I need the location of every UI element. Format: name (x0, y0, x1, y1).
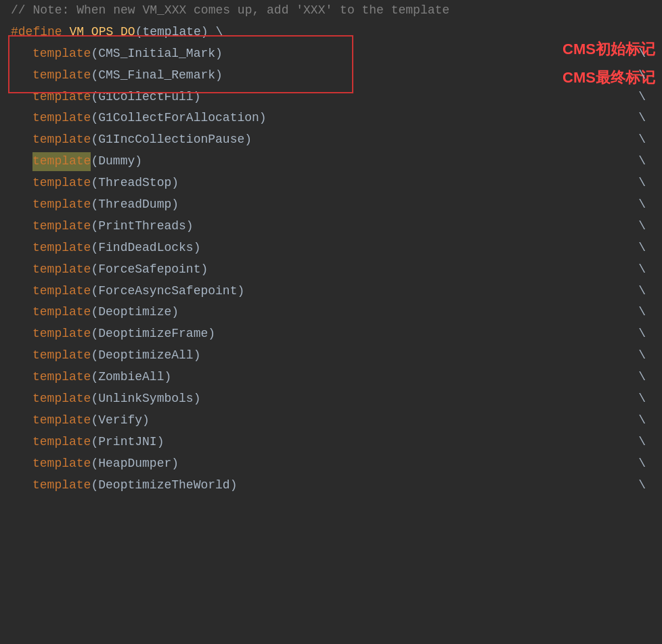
line-g1-full: template (G1CollectFull) \ (0, 87, 662, 108)
line-cms-initial: template (CMS_Initial_Mark) \ (0, 43, 662, 65)
arg-cms-initial: (CMS_Initial_Mark) (91, 45, 222, 64)
template-kw-6: template (32, 174, 91, 193)
define-space (62, 23, 70, 42)
line-heap-dumper: template (HeapDumper) \ (0, 453, 662, 475)
template-kw-16: template (32, 390, 91, 409)
backslash-18: \ (638, 433, 651, 452)
arg-cms-final: (CMS_Final_Remark) (91, 66, 222, 85)
backslash-15: \ (638, 368, 651, 387)
line-force-async: template (ForceAsyncSafepoint) \ (0, 281, 662, 302)
template-kw-20: template (32, 476, 91, 495)
backslash-4: \ (638, 109, 651, 128)
line-deoptimize-world: template (DeoptimizeTheWorld) \ (0, 475, 662, 497)
backslash-19: \ (638, 455, 651, 474)
template-kw-19: template (32, 455, 91, 474)
backslash-7: \ (638, 196, 651, 214)
line-deoptimize-all: template (DeoptimizeAll) \ (0, 345, 662, 367)
template-kw-17: template (32, 411, 91, 430)
arg-g1-inc: (G1IncCollectionPause) (91, 131, 252, 150)
backslash-6: \ (638, 174, 651, 193)
template-kw-9: template (32, 239, 91, 258)
line-print-jni: template (PrintJNI) \ (0, 432, 662, 453)
arg-find-deadlocks: (FindDeadLocks) (91, 239, 200, 258)
arg-force-async: (ForceAsyncSafepoint) (91, 282, 244, 301)
arg-zombie-all: (ZombieAll) (91, 368, 171, 387)
line-deoptimize: template (Deoptimize) \ (0, 302, 662, 323)
arg-heap-dumper: (HeapDumper) (91, 455, 179, 474)
backslash-17: \ (638, 411, 651, 430)
template-kw-5: template (32, 131, 91, 150)
template-kw-14: template (32, 346, 91, 365)
template-kw-13: template (32, 325, 91, 344)
template-kw-4: template (32, 109, 91, 128)
arg-deoptimize-all: (DeoptimizeAll) (91, 346, 200, 365)
line-unlink-symbols: template (UnlinkSymbols) \ (0, 388, 662, 410)
line-verify: template (Verify) \ (0, 410, 662, 432)
line-g1-inc: template (G1IncCollectionPause) \ (0, 129, 662, 151)
line-print-threads: template (PrintThreads) \ (0, 216, 662, 237)
backslash-20: \ (638, 476, 651, 495)
arg-deoptimize-frame: (DeoptimizeFrame) (91, 325, 215, 344)
template-kw-2: template (32, 66, 91, 85)
arg-force-safepoint: (ForceSafepoint) (91, 260, 208, 279)
line-thread-stop: template (ThreadStop) \ (0, 172, 662, 194)
macro-name: VM_OPS_DO (69, 23, 135, 42)
backslash-8: \ (638, 217, 651, 236)
line-g1-alloc: template (G1CollectForAllocation) \ (0, 108, 662, 129)
backslash-2: \ (638, 66, 651, 85)
template-kw-11: template (32, 282, 91, 301)
template-kw-15: template (32, 368, 91, 387)
line-thread-dump: template (ThreadDump) \ (0, 194, 662, 216)
backslash-1: \ (638, 45, 651, 64)
line-zombie-all: template (ZombieAll) \ (0, 367, 662, 388)
line-cms-final: template (CMS_Final_Remark) \ (0, 65, 662, 87)
arg-deoptimize: (Deoptimize) (91, 303, 179, 322)
template-kw-dummy: template (32, 152, 91, 171)
template-kw-8: template (32, 217, 91, 236)
backslash-dummy: \ (638, 152, 651, 171)
template-kw-18: template (32, 433, 91, 452)
backslash-13: \ (638, 325, 651, 344)
line-dummy: template (Dummy) \ (0, 151, 662, 172)
template-kw-10: template (32, 260, 91, 279)
backslash-14: \ (638, 346, 651, 365)
line-deoptimize-frame: template (DeoptimizeFrame) \ (0, 323, 662, 345)
backslash-10: \ (638, 260, 651, 279)
define-keyword: #define (11, 23, 62, 42)
backslash-3: \ (638, 88, 651, 107)
arg-dummy: (Dummy) (91, 152, 142, 171)
arg-print-jni: (PrintJNI) (91, 433, 164, 452)
arg-deoptimize-world: (DeoptimizeTheWorld) (91, 476, 237, 495)
backslash-12: \ (638, 303, 651, 322)
define-params: (template) \ (135, 23, 223, 42)
backslash-9: \ (638, 239, 651, 258)
arg-thread-dump: (ThreadDump) (91, 196, 179, 214)
arg-print-threads: (PrintThreads) (91, 217, 193, 236)
arg-unlink-symbols: (UnlinkSymbols) (91, 390, 200, 409)
template-kw-7: template (32, 196, 91, 214)
backslash-16: \ (638, 390, 651, 409)
arg-thread-stop: (ThreadStop) (91, 174, 179, 193)
line-force-safepoint: template (ForceSafepoint) \ (0, 259, 662, 281)
code-editor: // Note: When new VM_XXX comes up, add '… (0, 0, 662, 496)
backslash-11: \ (638, 282, 651, 301)
line-find-deadlocks: template (FindDeadLocks) \ (0, 237, 662, 259)
arg-g1-alloc: (G1CollectForAllocation) (91, 109, 266, 128)
backslash-5: \ (638, 131, 651, 150)
arg-g1-full: (G1CollectFull) (91, 88, 200, 107)
comment-line: // Note: When new VM_XXX comes up, add '… (0, 0, 662, 22)
template-kw-3: template (32, 88, 91, 107)
template-kw-12: template (32, 303, 91, 322)
template-kw-1: template (32, 45, 91, 64)
comment-text: // Note: When new VM_XXX comes up, add '… (11, 1, 449, 20)
arg-verify: (Verify) (91, 411, 149, 430)
